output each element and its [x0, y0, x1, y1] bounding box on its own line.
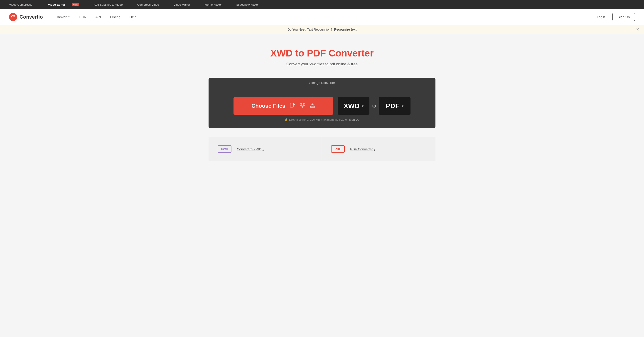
convert-to-xwd-link[interactable]: Convert to XWD ›	[237, 147, 264, 151]
to-format-button[interactable]: PDF ▾	[379, 97, 410, 115]
from-format-button[interactable]: XWD ▾	[338, 97, 370, 115]
hero-section: XWD to PDF Converter Convert your xwd fi…	[0, 34, 644, 78]
from-format-chevron-icon: ▾	[362, 104, 364, 108]
nav-pricing[interactable]: Pricing	[106, 13, 124, 21]
notification-banner: Do You Need Text Recognition? Recognize …	[0, 25, 644, 34]
xwd-info-card: XWD Convert to XWD ›	[208, 137, 322, 161]
topbar-link-video-editor[interactable]: Video Editor NEW	[43, 0, 84, 9]
info-cards: XWD Convert to XWD › PDF PDF Converter ›	[208, 137, 436, 161]
converter-row: Choose Files	[234, 97, 410, 115]
choose-files-label: Choose Files	[252, 103, 285, 109]
pdf-converter-link[interactable]: PDF Converter ›	[350, 147, 375, 151]
new-badge: NEW	[72, 3, 79, 6]
to-label: to	[372, 103, 376, 109]
nav-api[interactable]: API	[92, 13, 104, 21]
signup-button[interactable]: Sign Up	[612, 13, 635, 21]
choose-files-button[interactable]: Choose Files	[234, 97, 333, 115]
recognize-text-link[interactable]: Recognize text	[334, 28, 356, 31]
from-format-label: XWD	[344, 102, 360, 110]
topbar-link-add-subtitles[interactable]: Add Subtitles to Video	[89, 0, 127, 9]
hero-subtitle: Convert your xwd files to pdf online & f…	[4, 62, 640, 66]
to-format-label: PDF	[386, 102, 400, 110]
nav-right: Login Sign Up	[593, 13, 635, 21]
dropbox-icon	[300, 103, 305, 109]
file-upload-icon	[290, 102, 295, 109]
topbar-link-meme-maker[interactable]: Meme Maker	[200, 0, 226, 9]
main-nav: Convertio Convert ▾ OCR API Pricing Help…	[0, 9, 644, 25]
converter-body: Choose Files	[208, 88, 436, 128]
banner-text: Do You Need Text Recognition?	[288, 28, 332, 31]
nav-convert[interactable]: Convert ▾	[52, 13, 74, 21]
to-format-chevron-icon: ▾	[402, 104, 404, 108]
topbar-link-video-compressor[interactable]: Video Compressor	[4, 0, 38, 9]
svg-point-0	[9, 13, 17, 21]
nav-help[interactable]: Help	[126, 13, 140, 21]
xwd-chevron-right-icon: ›	[262, 147, 264, 151]
logo[interactable]: Convertio	[9, 13, 43, 21]
topbar-link-compress-video[interactable]: Compress Video	[133, 0, 164, 9]
lock-icon: 🔒	[284, 118, 288, 121]
xwd-badge: XWD	[218, 145, 232, 153]
login-button[interactable]: Login	[593, 13, 609, 21]
pdf-chevron-right-icon: ›	[374, 147, 375, 151]
pdf-info-card: PDF PDF Converter ›	[322, 137, 436, 161]
topbar-link-slideshow-maker[interactable]: Slideshow Maker	[232, 0, 263, 9]
drop-hint: 🔒 Drop files here. 100 MB maximum file s…	[284, 118, 360, 121]
chevron-left-icon: ‹	[309, 81, 310, 85]
banner-close-button[interactable]: ✕	[636, 27, 640, 32]
converter-category: Image Converter	[311, 81, 335, 85]
logo-text: Convertio	[20, 14, 43, 20]
pdf-badge: PDF	[331, 145, 345, 153]
drop-signup-link[interactable]: Sign Up	[349, 118, 360, 121]
converter-box: ‹ Image Converter Choose Files	[208, 78, 436, 128]
svg-rect-1	[290, 103, 294, 107]
logo-icon	[9, 13, 17, 21]
drop-hint-text: Drop files here. 100 MB maximum file siz…	[289, 118, 348, 121]
top-bar: Video Compressor Video Editor NEW Add Su…	[0, 0, 644, 9]
page-title: XWD to PDF Converter	[4, 48, 640, 59]
nav-ocr[interactable]: OCR	[75, 13, 90, 21]
topbar-link-video-maker[interactable]: Video Maker	[169, 0, 195, 9]
convert-chevron-icon: ▾	[68, 15, 70, 18]
nav-links: Convert ▾ OCR API Pricing Help	[52, 13, 593, 21]
gdrive-icon	[310, 103, 315, 109]
converter-header: ‹ Image Converter	[208, 78, 436, 88]
format-area: XWD ▾ to PDF ▾	[338, 97, 410, 115]
